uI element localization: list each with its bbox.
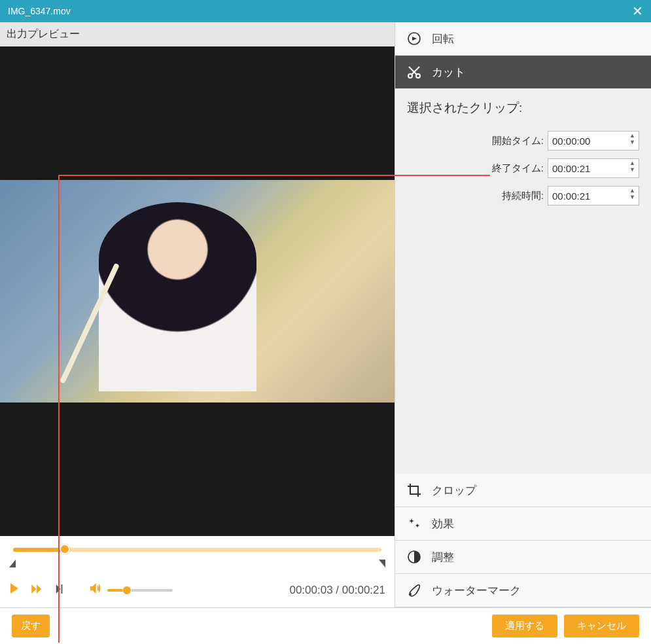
bottom-bar: 戻す 適用する キャンセル xyxy=(0,607,651,644)
sparkle-icon xyxy=(406,515,423,532)
panel-rotate-label: 回転 xyxy=(432,31,454,46)
window-title: IMG_6347.mov xyxy=(8,6,71,16)
timeline[interactable] xyxy=(9,548,385,574)
end-time-value: 00:00:21 xyxy=(552,163,590,174)
panel-crop-label: クロップ xyxy=(432,483,476,498)
main-body: 出力プレビュー xyxy=(0,22,651,607)
trim-end-handle[interactable] xyxy=(379,560,385,567)
total-time: 00:00:21 xyxy=(342,584,385,596)
duration-label: 持続時間: xyxy=(502,190,544,202)
left-pane: 出力プレビュー xyxy=(0,22,395,607)
spin-down-icon[interactable]: ▼ xyxy=(629,194,636,201)
cancel-button[interactable]: キャンセル xyxy=(564,615,639,637)
back-button[interactable]: 戻す xyxy=(12,615,50,637)
panel-cut[interactable]: カット xyxy=(395,56,651,89)
duration-row: 持続時間: 00:00:21 ▲▼ xyxy=(407,186,639,206)
duration-value: 00:00:21 xyxy=(552,190,590,202)
playback-controls: 00:00:03 / 00:00:21 xyxy=(0,536,395,607)
brush-icon xyxy=(406,582,423,599)
close-icon[interactable]: ✕ xyxy=(632,3,643,19)
end-time-label: 終了タイム: xyxy=(492,162,544,175)
svg-rect-0 xyxy=(62,584,63,594)
transport-bar: 00:00:03 / 00:00:21 xyxy=(9,582,385,598)
volume-control xyxy=(89,582,173,598)
crop-icon xyxy=(406,482,423,499)
panel-cut-label: カット xyxy=(432,65,465,80)
svg-point-5 xyxy=(409,593,412,596)
step-end-button[interactable] xyxy=(55,583,64,597)
start-time-input[interactable]: 00:00:00 ▲▼ xyxy=(548,131,639,151)
right-panel: 回転 カット 選択されたクリップ: 開始タイム: 00:00:00 ▲▼ xyxy=(395,22,651,607)
volume-thumb[interactable] xyxy=(122,586,132,595)
preview-label: 出力プレビュー xyxy=(0,22,395,46)
start-time-row: 開始タイム: 00:00:00 ▲▼ xyxy=(407,131,639,151)
trim-start-handle[interactable] xyxy=(9,560,16,567)
volume-icon[interactable] xyxy=(89,582,102,598)
timeline-fill xyxy=(13,548,65,552)
end-time-row: 終了タイム: 00:00:21 ▲▼ xyxy=(407,158,639,178)
volume-slider[interactable] xyxy=(107,589,173,592)
spin-down-icon[interactable]: ▼ xyxy=(629,139,636,146)
panel-crop[interactable]: クロップ xyxy=(395,474,651,507)
duration-input[interactable]: 00:00:21 ▲▼ xyxy=(548,186,639,206)
panel-effect-label: 効果 xyxy=(432,516,454,531)
play-button[interactable] xyxy=(9,583,20,597)
panel-adjust[interactable]: 調整 xyxy=(395,541,651,574)
clip-title: 選択されたクリップ: xyxy=(407,99,639,116)
spin-down-icon[interactable]: ▼ xyxy=(629,167,636,173)
video-content-placeholder xyxy=(99,202,256,391)
current-time: 00:00:03 xyxy=(289,584,332,596)
scissors-icon xyxy=(406,63,423,80)
panel-rotate[interactable]: 回転 xyxy=(395,22,651,56)
video-frame xyxy=(0,180,395,402)
timeline-track[interactable] xyxy=(13,548,381,552)
contrast-icon xyxy=(406,548,423,565)
titlebar: IMG_6347.mov ✕ xyxy=(0,0,651,22)
editor-window: IMG_6347.mov ✕ 出力プレビュー xyxy=(0,0,651,644)
video-preview[interactable] xyxy=(0,46,395,536)
panel-watermark-label: ウォーターマーク xyxy=(432,583,521,598)
end-time-input[interactable]: 00:00:21 ▲▼ xyxy=(548,158,639,178)
fast-forward-button[interactable] xyxy=(31,583,43,597)
playhead[interactable] xyxy=(60,544,70,554)
time-display: 00:00:03 / 00:00:21 xyxy=(289,584,385,597)
start-time-value: 00:00:00 xyxy=(552,135,590,147)
panel-adjust-label: 調整 xyxy=(432,550,454,565)
start-time-label: 開始タイム: xyxy=(492,135,544,147)
apply-button[interactable]: 適用する xyxy=(492,615,557,637)
clip-settings: 選択されたクリップ: 開始タイム: 00:00:00 ▲▼ 終了タイム: 00:… xyxy=(395,89,651,474)
panel-effect[interactable]: 効果 xyxy=(395,507,651,541)
rotate-icon xyxy=(406,30,423,47)
panel-watermark[interactable]: ウォーターマーク xyxy=(395,574,651,607)
